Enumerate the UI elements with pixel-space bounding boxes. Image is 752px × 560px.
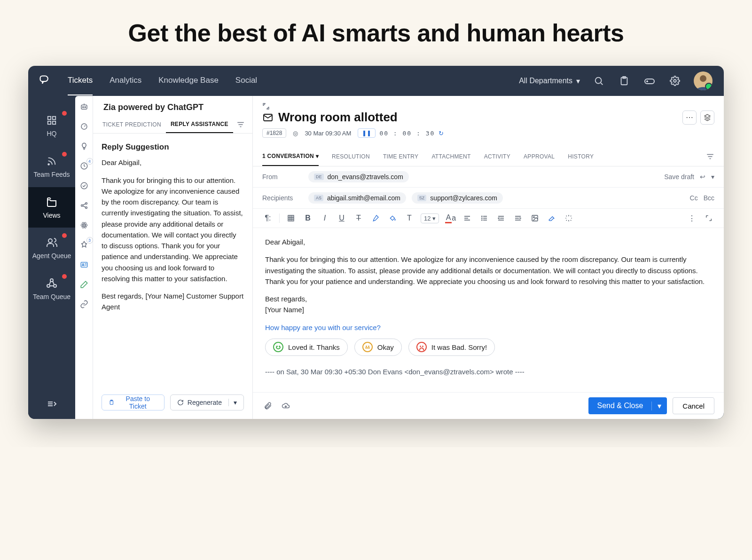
- gear-icon[interactable]: [668, 74, 682, 87]
- clipboard-icon[interactable]: [618, 74, 631, 87]
- cancel-button[interactable]: Cancel: [673, 397, 714, 414]
- id-card-icon[interactable]: [79, 260, 89, 270]
- text-icon[interactable]: T: [404, 213, 415, 224]
- checkmark-circle-icon[interactable]: [79, 181, 89, 191]
- filter-icon[interactable]: [234, 118, 248, 132]
- layers-icon[interactable]: [700, 110, 714, 125]
- fill-icon[interactable]: [387, 213, 398, 224]
- csat-bad[interactable]: It was Bad. Sorry!: [408, 339, 495, 356]
- link-icon[interactable]: [79, 299, 89, 309]
- user-avatar[interactable]: [694, 71, 713, 90]
- pause-icon[interactable]: ❚❚: [358, 128, 376, 138]
- tab-resolution[interactable]: RESOLUTION: [332, 148, 370, 166]
- paste-label: Paste to Ticket: [118, 395, 157, 410]
- app-logo[interactable]: [36, 71, 55, 90]
- clock-icon[interactable]: [79, 161, 89, 171]
- bold-icon[interactable]: B: [302, 213, 313, 224]
- from-row: From DE don_evans@ztravels.com Save draf…: [253, 166, 724, 188]
- more-horizontal-icon[interactable]: ⋯: [682, 110, 697, 125]
- leftnav-team-queue[interactable]: Team Queue: [28, 268, 75, 309]
- department-selector[interactable]: All Departments ▾: [519, 77, 580, 86]
- leftnav-hq[interactable]: HQ: [28, 105, 75, 146]
- email-editor[interactable]: Dear Abigail, Thank you for bringing thi…: [253, 228, 724, 392]
- csat-question[interactable]: How happy are you with our service?: [265, 322, 712, 333]
- zia-dial-icon[interactable]: [79, 121, 89, 132]
- eraser-icon[interactable]: [546, 213, 557, 224]
- paragraph-style-icon[interactable]: ¶:: [262, 213, 274, 224]
- leftnav-team-feeds[interactable]: Team Feeds: [28, 146, 75, 187]
- sparkle-icon[interactable]: [563, 213, 574, 224]
- from-pill[interactable]: DE don_evans@ztravels.com: [308, 171, 409, 182]
- table-icon[interactable]: [285, 213, 297, 224]
- svg-point-13: [54, 284, 56, 287]
- indent-right-icon[interactable]: [512, 213, 524, 224]
- ticket-panel: Wrong room allotted ⋯ #1828 ◎ 30 Mar 09:…: [253, 96, 724, 419]
- leftnav-label: Team Feeds: [33, 171, 70, 179]
- gamepad-icon[interactable]: [643, 74, 656, 87]
- paste-to-ticket-button[interactable]: Paste to Ticket: [102, 394, 164, 410]
- csat-okay[interactable]: Okay: [354, 339, 402, 356]
- pencil-icon[interactable]: [79, 279, 89, 290]
- highlight-icon[interactable]: [370, 213, 381, 224]
- tab-time-entry[interactable]: TIME ENTRY: [383, 148, 418, 166]
- save-draft-link[interactable]: Save draft: [664, 173, 694, 181]
- csat-options: Loved it. Thanks Okay It was Bad. Sorry!: [265, 339, 712, 356]
- zia-subtitle: Reply Suggestion: [102, 141, 244, 153]
- ticket-header-actions: ⋯: [682, 110, 714, 125]
- leftnav-label: Views: [43, 212, 60, 220]
- app-body: HQ Team Feeds Views Agent Queue Team Que…: [28, 96, 724, 419]
- recipient-pill[interactable]: AS abigail.smith@email.com: [308, 192, 406, 204]
- topnav-social[interactable]: Social: [235, 66, 257, 95]
- filter-icon[interactable]: [706, 152, 714, 161]
- ticket-timer: ❚❚ 00 : 00 : 30 ↻: [358, 128, 444, 138]
- topnav-analytics[interactable]: Analytics: [110, 66, 141, 95]
- image-icon[interactable]: [529, 213, 540, 224]
- indent-left-icon[interactable]: [495, 213, 507, 224]
- bullet-list-icon[interactable]: [478, 213, 490, 224]
- tab-approval[interactable]: APPROVAL: [524, 148, 555, 166]
- search-icon[interactable]: [592, 74, 605, 87]
- topnav-knowledge-base[interactable]: Knowledge Base: [158, 66, 219, 95]
- cc-link[interactable]: Cc: [690, 194, 698, 202]
- timer-refresh-icon[interactable]: ↻: [439, 130, 444, 137]
- expand-icon[interactable]: [703, 213, 714, 224]
- send-close-button[interactable]: Send & Close ▾: [588, 397, 667, 414]
- pin-icon[interactable]: [79, 240, 89, 250]
- lightbulb-icon[interactable]: [79, 141, 89, 151]
- csat-loved-it[interactable]: Loved it. Thanks: [265, 339, 348, 356]
- recipient-email: abigail.smith@email.com: [327, 194, 400, 202]
- more-vertical-icon[interactable]: ⋮: [686, 213, 697, 224]
- leftnav-label: Agent Queue: [32, 252, 71, 260]
- zia-bot-icon[interactable]: [79, 102, 89, 112]
- crosshair-icon[interactable]: ◎: [293, 130, 298, 137]
- tab-activity[interactable]: ACTIVITY: [484, 148, 510, 166]
- share-icon[interactable]: [79, 200, 89, 211]
- chevron-down-icon[interactable]: ▾: [711, 173, 714, 181]
- app-shell: Tickets Analytics Knowledge Base Social …: [28, 66, 724, 419]
- zia-panel-title: Zia powered by ChatGPT: [93, 96, 252, 116]
- cloud-upload-icon[interactable]: [280, 400, 291, 411]
- zia-tab-reply-assistance[interactable]: REPLY ASSISTANCE: [166, 116, 233, 133]
- atom-icon[interactable]: [79, 220, 89, 230]
- leftnav-agent-queue[interactable]: Agent Queue: [28, 228, 75, 268]
- tab-history[interactable]: HISTORY: [568, 148, 594, 166]
- leftnav-views[interactable]: Views: [28, 187, 75, 228]
- clear-format-icon[interactable]: T: [353, 213, 364, 224]
- italic-icon[interactable]: I: [319, 213, 330, 224]
- regenerate-button[interactable]: Regenerate ▾: [170, 394, 244, 410]
- reply-icon[interactable]: ↩: [700, 173, 705, 181]
- recipient-pill[interactable]: SZ support@zylcares.com: [412, 192, 503, 204]
- tab-attachment[interactable]: ATTACHMENT: [431, 148, 470, 166]
- zia-tab-prediction[interactable]: TICKET PREDICTION: [98, 117, 166, 133]
- tab-conversation[interactable]: 1 CONVERSATION ▾: [262, 147, 319, 166]
- expand-nav-icon[interactable]: [46, 398, 57, 410]
- align-icon[interactable]: [462, 213, 473, 224]
- chevron-down-icon[interactable]: ▾: [651, 402, 667, 410]
- bcc-link[interactable]: Bcc: [704, 194, 714, 202]
- font-size-selector[interactable]: 12▾: [421, 213, 439, 223]
- topnav-tickets[interactable]: Tickets: [68, 66, 93, 95]
- underline-icon[interactable]: U: [336, 213, 347, 224]
- attachment-icon[interactable]: [262, 400, 274, 411]
- text-color-icon[interactable]: Aa: [445, 213, 456, 224]
- zia-signoff: Best regards, [Your Name] Customer Suppo…: [102, 291, 244, 313]
